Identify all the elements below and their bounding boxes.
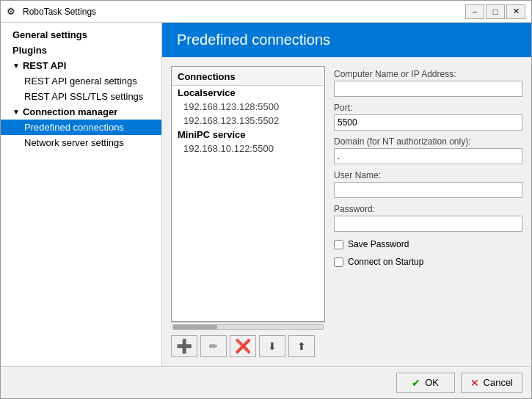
- sidebar-item-rest-api-ssl[interactable]: REST API SSL/TLS settings: [1, 89, 161, 104]
- connect-on-startup-row: Connect on Startup: [334, 257, 522, 267]
- titlebar-buttons: − □ ✕: [465, 4, 525, 19]
- delete-icon: ❌: [235, 338, 251, 354]
- main-window: ⚙ RoboTask Settings − □ ✕ General settin…: [0, 0, 532, 399]
- port-label: Port:: [334, 103, 522, 113]
- cancel-button[interactable]: ✕ Cancel: [461, 373, 522, 393]
- sidebar-item-predefined-connections[interactable]: Predefined connections: [1, 120, 161, 135]
- move-down-icon: ⬇: [268, 340, 277, 352]
- cancel-icon: ✕: [470, 377, 479, 389]
- sidebar: General settings Plugins ▼ REST API REST…: [1, 23, 162, 366]
- connections-panel: Connections Localservice 192.168.123.128…: [171, 66, 325, 357]
- connect-on-startup-label[interactable]: Connect on Startup: [348, 257, 423, 267]
- footer: ✔ OK ✕ Cancel: [1, 366, 531, 398]
- titlebar: ⚙ RoboTask Settings − □ ✕: [1, 1, 531, 23]
- add-icon: ➕: [176, 338, 192, 354]
- horizontal-scrollbar[interactable]: [171, 322, 325, 331]
- main-content: Predefined connections Connections Local…: [162, 23, 531, 366]
- ok-icon: ✔: [412, 377, 420, 389]
- list-item[interactable]: 192.168.123.128:5500: [172, 100, 324, 114]
- list-item[interactable]: Localservice: [172, 86, 324, 100]
- list-item[interactable]: 192.168.10.122:5500: [172, 142, 324, 155]
- move-down-button[interactable]: ⬇: [259, 335, 285, 357]
- close-button[interactable]: ✕: [506, 4, 525, 19]
- connections-toolbar: ➕ ✏ ❌ ⬇ ⬆: [171, 335, 325, 357]
- username-group: User Name:: [334, 170, 522, 198]
- connections-header: Connections: [172, 68, 324, 86]
- username-input[interactable]: [334, 182, 522, 198]
- save-password-label[interactable]: Save Password: [348, 239, 409, 249]
- list-item[interactable]: MiniPC service: [172, 128, 324, 142]
- connect-on-startup-checkbox[interactable]: [334, 257, 343, 267]
- content-area: General settings Plugins ▼ REST API REST…: [1, 23, 531, 366]
- password-label: Password:: [334, 204, 522, 214]
- sidebar-group-connection-manager: ▼ Connection manager: [1, 104, 161, 120]
- computer-name-label: Computer Name or IP Address:: [334, 69, 522, 79]
- window-title: RoboTask Settings: [23, 7, 465, 17]
- sidebar-item-plugins[interactable]: Plugins: [1, 43, 161, 58]
- connections-list[interactable]: Connections Localservice 192.168.123.128…: [171, 66, 325, 322]
- edit-icon: ✏: [209, 340, 218, 352]
- domain-group: Domain (for NT authorization only):: [334, 136, 522, 164]
- collapse-arrow-icon-2: ▼: [12, 108, 20, 116]
- ok-label: OK: [425, 377, 439, 388]
- sidebar-group-rest-api: ▼ REST API: [1, 58, 161, 73]
- save-password-row: Save Password: [334, 239, 522, 249]
- save-password-checkbox[interactable]: [334, 240, 343, 249]
- domain-label: Domain (for NT authorization only):: [334, 136, 522, 147]
- computer-name-input[interactable]: [334, 81, 522, 97]
- computer-name-group: Computer Name or IP Address:: [334, 69, 522, 97]
- port-input[interactable]: [334, 114, 522, 131]
- minimize-button[interactable]: −: [465, 4, 484, 19]
- form-panel: Computer Name or IP Address: Port: Domai…: [334, 66, 522, 357]
- password-group: Password:: [334, 204, 522, 232]
- move-up-icon: ⬆: [297, 340, 306, 352]
- page-title: Predefined connections: [177, 32, 517, 48]
- domain-input[interactable]: [334, 148, 522, 164]
- username-label: User Name:: [334, 170, 522, 180]
- maximize-button[interactable]: □: [486, 4, 505, 19]
- list-item[interactable]: 192.168.123.135:5502: [172, 114, 324, 128]
- main-header: Predefined connections: [162, 23, 531, 57]
- port-group: Port:: [334, 103, 522, 131]
- delete-connection-button[interactable]: ❌: [230, 335, 256, 357]
- cancel-label: Cancel: [484, 377, 513, 388]
- app-icon: ⚙: [7, 6, 18, 18]
- move-up-button[interactable]: ⬆: [288, 335, 315, 357]
- password-input[interactable]: [334, 216, 522, 232]
- sidebar-item-rest-api-general[interactable]: REST API general settings: [1, 73, 161, 89]
- sidebar-item-network-server-settings[interactable]: Network server settings: [1, 135, 161, 150]
- ok-button[interactable]: ✔ OK: [396, 373, 455, 393]
- collapse-arrow-icon: ▼: [12, 62, 20, 70]
- add-connection-button[interactable]: ➕: [171, 335, 197, 357]
- edit-connection-button[interactable]: ✏: [200, 335, 227, 357]
- sidebar-item-general-settings[interactable]: General settings: [1, 27, 161, 43]
- main-body: Connections Localservice 192.168.123.128…: [162, 57, 531, 366]
